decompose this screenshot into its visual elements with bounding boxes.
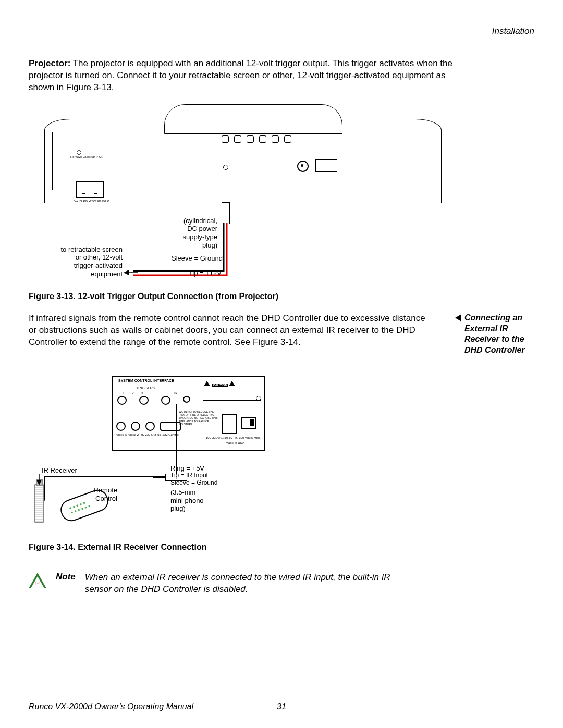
tip-label: Tip = +12V <box>185 269 222 277</box>
page-number: 31 <box>277 702 286 711</box>
arrow-to-equipment <box>124 269 138 276</box>
para1-lead: Projector: <box>29 58 70 68</box>
remote-label: RemoteControl <box>86 486 117 502</box>
sidehead-connecting-ir: Connecting an External IR Receiver to th… <box>455 313 534 356</box>
footer-manual-title: Runco VX-2000d Owner's Operating Manual <box>29 702 193 711</box>
ir-receiver-arrow <box>36 474 42 485</box>
paragraph-ir: If infrared signals from the remote cont… <box>29 313 435 349</box>
figure-3-14-caption: Figure 3-14. External IR Receiver Connec… <box>29 542 534 552</box>
tip-ir-label: Tip = IR Input Sleeve = Ground <box>170 472 217 487</box>
note-icon: ☞ <box>29 573 46 588</box>
svg-marker-1 <box>124 270 129 275</box>
ir-receiver-label: IR Receiver <box>42 466 77 475</box>
para1-text: The projector is equipped with an additi… <box>29 58 452 92</box>
paragraph-projector: Projector: The projector is equipped wit… <box>29 58 456 94</box>
equipment-label: to retractable screen or other, 12-volt … <box>50 245 123 278</box>
hand-icon: ☞ <box>35 580 40 587</box>
plug-label: (cylindrical, DC power supply-type plug) <box>170 217 217 249</box>
page-footer: Runco VX-2000d Owner's Operating Manual … <box>29 702 534 711</box>
phono-plug-label: (3.5-mm mini phono plug) <box>170 488 204 513</box>
figure-3-13: AC IN 100-240V 50-60Hz Remove Label for … <box>29 103 461 286</box>
note-label: Note <box>56 572 76 582</box>
note-text: When an external IR receiver is connecte… <box>85 572 419 596</box>
ir-receiver <box>34 484 44 523</box>
svg-marker-3 <box>36 480 42 485</box>
sidehead-arrow-icon <box>455 314 461 322</box>
sleeve-label: Sleeve = Ground <box>170 254 223 263</box>
figure-3-14: SYSTEM CONTROL INTERFACE TRIGGERS IR 1 2… <box>29 369 300 536</box>
figure-3-13-caption: Figure 3-13. 12-volt Trigger Output Conn… <box>29 292 534 301</box>
section-header: Installation <box>29 26 534 36</box>
rule <box>29 46 534 46</box>
note-block: ☞ Note When an external IR receiver is c… <box>29 572 534 596</box>
